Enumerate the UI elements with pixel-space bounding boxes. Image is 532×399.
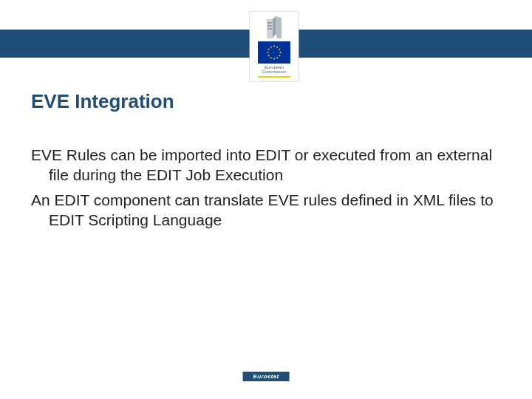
svg-rect-5 [270, 28, 272, 30]
slide-body: EVE Rules can be imported into EDIT or e… [31, 145, 501, 234]
svg-point-14 [268, 55, 270, 56]
svg-point-17 [270, 47, 272, 48]
building-icon [264, 16, 284, 38]
svg-point-15 [267, 52, 269, 53]
eu-flag-icon [258, 41, 290, 64]
svg-rect-0 [268, 22, 270, 24]
svg-point-9 [280, 52, 282, 53]
svg-rect-4 [268, 28, 270, 30]
paragraph-1: EVE Rules can be imported into EDIT or e… [31, 145, 501, 185]
paragraph-2: An EDIT component can translate EVE rule… [31, 190, 501, 231]
slide: European Commission EVE Integration EVE … [0, 0, 532, 399]
footer-label: Eurostat [243, 372, 290, 381]
svg-point-6 [273, 46, 275, 47]
logo-underline [258, 76, 290, 78]
svg-point-8 [279, 49, 280, 50]
svg-point-10 [279, 55, 280, 56]
svg-rect-3 [270, 25, 272, 27]
svg-point-12 [273, 58, 275, 60]
svg-point-13 [270, 57, 272, 58]
svg-rect-1 [270, 22, 272, 24]
logo-label: European Commission [262, 65, 286, 75]
svg-point-16 [268, 49, 270, 50]
slide-title: EVE Integration [31, 90, 174, 113]
svg-rect-2 [268, 25, 270, 27]
ec-logo: European Commission [250, 12, 299, 81]
svg-point-11 [276, 57, 278, 58]
svg-point-7 [276, 47, 278, 48]
